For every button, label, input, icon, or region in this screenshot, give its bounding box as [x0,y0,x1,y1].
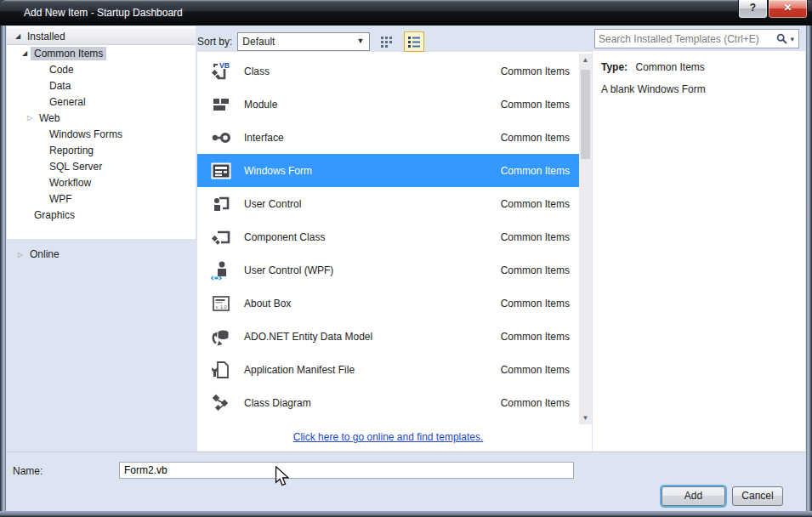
tree-node-common-items[interactable]: ◢ Common Items [19,45,196,61]
chevron-down-icon: ▼ [356,37,364,45]
sort-by-label: Sort by: [197,36,232,48]
window-border-left [0,26,6,517]
vb-class-icon: VB [208,60,234,83]
tree-label: Windows Forms [46,128,126,141]
expanded-arrow-icon[interactable]: ◢ [19,49,31,57]
about-box-icon: v. 1.0 [208,292,234,315]
template-name: User Control [244,198,501,210]
add-new-item-dialog: Add New Item - Startup Dashboard ? ✕ ◢ I… [0,0,812,517]
tree-label: Online [26,247,63,261]
template-list: VB Class Common Items [197,52,592,452]
scroll-down-icon[interactable]: ▼ [579,412,592,424]
search-input[interactable] [595,33,776,45]
search-icon[interactable] [776,33,787,44]
interface-icon [208,126,234,150]
tree-node-data[interactable]: Data [34,77,196,94]
go-online-link[interactable]: Click here to go online and find templat… [293,431,483,443]
tree-label: WPF [46,192,76,206]
template-item-windows-form[interactable]: Windows Form Common Items [197,154,579,187]
tree-node-graphics[interactable]: Graphics [19,207,196,223]
template-category: Common Items [501,65,579,77]
template-name: Class Diagram [244,397,501,409]
template-item-component-class[interactable]: Component Class Common Items [197,220,579,253]
search-icon-group: ▾ [776,33,798,44]
title-bar[interactable]: Add New Item - Startup Dashboard [0,0,812,26]
template-details-panel: Type: Common Items A blank Windows Form [593,51,805,452]
template-name: Windows Form [244,165,501,177]
name-input[interactable] [119,462,574,479]
sort-by-dropdown[interactable]: Default ▼ [237,32,370,51]
tree-node-wpf[interactable]: WPF [34,190,196,207]
scrollbar-thumb[interactable] [581,70,590,159]
tree-node-code[interactable]: Code [34,61,196,77]
type-value: Common Items [635,61,704,73]
window-border-right [806,26,812,517]
tree-label: General [46,95,89,109]
user-control-icon [208,192,234,216]
name-label: Name: [13,465,43,477]
component-class-icon [208,225,234,249]
search-box: ▾ [594,29,799,48]
small-icons-view-button[interactable] [377,31,397,52]
template-item-module[interactable]: Module Common Items [197,88,579,121]
template-item-interface[interactable]: Interface Common Items [197,121,579,154]
tree-node-installed[interactable]: ◢ Installed [7,28,196,45]
template-item-application-manifest-file[interactable]: Application Manifest File Common Items [197,353,579,386]
scroll-up-icon[interactable]: ▲ [579,54,592,66]
module-icon [208,93,234,116]
template-name: Component Class [244,231,501,243]
template-category: Common Items [501,231,579,243]
tree-node-windows-forms[interactable]: Windows Forms [34,126,196,142]
template-item-class[interactable]: VB Class Common Items [197,54,579,88]
small-icons-grid-icon [380,35,394,48]
template-category: Common Items [501,99,579,111]
template-item-class-diagram[interactable]: Class Diagram Common Items [197,386,579,419]
template-category: Common Items [501,132,579,144]
collapsed-arrow-icon[interactable]: ▷ [24,114,36,122]
svg-text:VB: VB [219,60,230,69]
tree-node-workflow[interactable]: Workflow [34,174,196,190]
dialog-content: ◢ Installed ◢ Common Items Code Data Gen… [6,26,806,511]
tree-node-sql-server[interactable]: SQL Server [34,158,196,174]
close-button[interactable]: ✕ [768,0,808,19]
window-title: Add New Item - Startup Dashboard [24,7,183,19]
type-row: Type: Common Items [601,61,805,73]
template-category: Common Items [501,397,579,409]
template-category: Common Items [501,364,579,376]
template-item-about-box[interactable]: v. 1.0 About Box Common Items [197,287,579,320]
tree-node-general[interactable]: General [34,94,196,110]
tree-label: Common Items [31,47,106,60]
tree-label: Code [46,63,77,77]
cancel-button[interactable]: Cancel [732,486,783,506]
list-view-button[interactable] [404,31,424,52]
template-name: Class [244,65,501,77]
tree-node-web[interactable]: ▷ Web [24,110,196,126]
chevron-down-icon[interactable]: ▾ [790,35,794,43]
expanded-arrow-icon[interactable]: ◢ [12,32,24,40]
template-category: Common Items [501,298,579,310]
collapsed-arrow-icon[interactable]: ▷ [14,251,26,258]
list-scrollbar[interactable]: ▲ ▼ [579,54,592,424]
tree-label: SQL Server [46,160,105,173]
svg-text:v. 1.0: v. 1.0 [216,304,227,310]
tree-label: Workflow [46,176,94,190]
tree-node-online[interactable]: ▷ Online [7,246,196,263]
tree-label: Data [46,79,74,93]
template-category: Common Items [501,331,579,343]
tree-node-reporting[interactable]: Reporting [34,142,196,158]
window-border-bottom [0,511,812,517]
template-name: ADO.NET Entity Data Model [244,331,501,343]
template-name: Module [244,99,501,111]
template-name: Application Manifest File [244,364,501,376]
template-item-user-control-wpf[interactable]: User Control (WPF) Common Items [197,253,579,287]
help-button[interactable]: ? [738,0,768,19]
online-link-row: Click here to go online and find templat… [197,431,579,443]
class-diagram-icon [208,391,234,415]
type-label: Type: [601,61,627,73]
ado-net-entity-icon [208,325,234,349]
template-item-user-control[interactable]: User Control Common Items [197,187,579,220]
add-button[interactable]: Add [662,486,725,506]
template-item-ado-net-entity-data-model[interactable]: ADO.NET Entity Data Model Common Items [197,320,579,353]
sort-bar: Sort by: Default ▼ [197,31,424,53]
sort-by-value: Default [242,36,275,48]
